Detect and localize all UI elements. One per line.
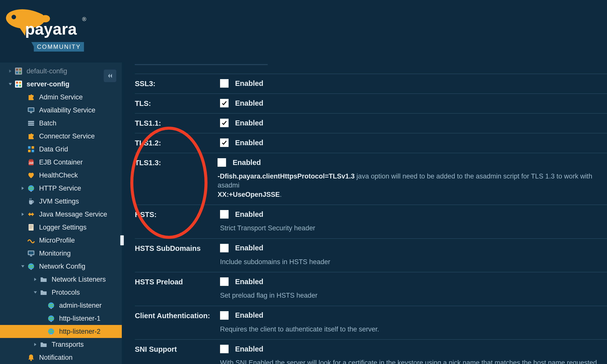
tree-node-label: Availability Service: [39, 106, 122, 114]
tree-node-network-listeners[interactable]: Network Listeners: [0, 273, 122, 286]
grid-icon: [27, 145, 35, 153]
tree-node-label: Admin Service: [39, 93, 122, 101]
tree-node-label: HTTP Service: [39, 185, 122, 192]
puzzle-icon: [27, 132, 35, 140]
tree-node-server-config[interactable]: server-config: [0, 78, 122, 91]
form-row-value: EnabledStrict Transport Security header: [220, 210, 607, 233]
bell-icon: [27, 353, 35, 361]
tree-node-protocols[interactable]: Protocols: [0, 286, 122, 299]
tree-collapse-icon[interactable]: [20, 186, 26, 191]
svg-point-0: [12, 15, 16, 19]
globe-icon: [47, 301, 55, 309]
folder-icon: [40, 288, 48, 296]
cup-icon: [27, 197, 35, 205]
tree-node-batch[interactable]: Batch: [0, 117, 122, 130]
enabled-checkbox[interactable]: [220, 210, 229, 219]
tree-node-jvm-settings[interactable]: JVM Settings: [0, 195, 122, 208]
enabled-checkbox[interactable]: [220, 277, 229, 286]
globe-icon: [47, 327, 55, 335]
config-icon: [15, 67, 23, 75]
config-icon: [15, 80, 23, 88]
tree-node-label: Monitoring: [39, 250, 122, 257]
enabled-checkbox[interactable]: [220, 345, 229, 353]
form-row-value: Enabled: [220, 79, 607, 88]
tree-node-logger-settings[interactable]: Logger Settings: [0, 221, 122, 234]
tree-node-label: JVM Settings: [39, 198, 122, 205]
tree-node-healthcheck[interactable]: HealthCheck: [0, 169, 122, 182]
tree-node-label: Network Listeners: [52, 276, 122, 283]
tree-node-monitoring[interactable]: Monitoring: [0, 247, 122, 260]
enabled-checkbox[interactable]: [220, 99, 229, 107]
enabled-checkbox[interactable]: [220, 244, 229, 252]
tree-node-network-config[interactable]: Network Config: [0, 260, 122, 273]
brand-logo: payara ® COMMUNITY: [3, 5, 90, 52]
svg-text:®: ®: [82, 16, 86, 22]
enabled-checkbox[interactable]: [220, 79, 229, 88]
enabled-label: Enabled: [235, 244, 263, 252]
form-row-value: Enabled: [220, 138, 607, 147]
enabled-checkbox[interactable]: [218, 158, 226, 167]
form-row-hsts: HSTS:EnabledStrict Transport Security he…: [135, 205, 607, 239]
tree-collapse-icon[interactable]: [33, 277, 38, 282]
form-row-value: Enabled-Dfish.payara.clientHttpsProtocol…: [218, 158, 607, 199]
batch-icon: [27, 119, 35, 127]
tree-node-admin-listener[interactable]: admin-listener: [0, 299, 122, 312]
globe-icon: [27, 262, 35, 270]
tree-node-availability-service[interactable]: Availability Service: [0, 104, 122, 117]
form-row-label: SSL3:: [135, 79, 220, 88]
tree-collapse-icon[interactable]: [8, 68, 13, 74]
tree-node-label: Connector Service: [39, 132, 122, 140]
desktop-icon: [27, 106, 35, 114]
tree-expand-icon[interactable]: [33, 290, 38, 295]
enabled-checkbox[interactable]: [220, 311, 229, 320]
form-row-label: TLS1.3:: [135, 158, 218, 167]
form-row-label: HSTS Preload: [135, 277, 220, 286]
folder-icon: [40, 340, 48, 348]
tree-node-http-listener-1[interactable]: http-listener-1: [0, 312, 122, 325]
tree-node-http-listener-2[interactable]: http-listener-2: [0, 325, 122, 338]
tree-expand-icon[interactable]: [8, 81, 13, 87]
ssl-settings-form: SSL3:EnabledTLS:EnabledTLS1.1:EnabledTLS…: [135, 74, 607, 364]
puzzle-icon: [27, 93, 35, 101]
form-row-client-authentication: Client Authentication:EnabledRequires th…: [135, 306, 607, 340]
tree-node-label: Logger Settings: [39, 224, 122, 231]
form-row-label: TLS1.1:: [135, 119, 220, 127]
form-row-description: Include subdomains in HSTS header: [220, 257, 604, 266]
tree-node-transports[interactable]: Transports: [0, 338, 122, 351]
tree-collapse-icon[interactable]: [33, 342, 38, 347]
form-row-tls1-3: TLS1.3:Enabled-Dfish.payara.clientHttpsP…: [135, 153, 607, 205]
enabled-label: Enabled: [235, 345, 263, 353]
form-row-description: Strict Transport Security header: [220, 224, 604, 233]
form-row-description: Set preload flag in HSTS header: [220, 291, 604, 300]
form-row-value: EnabledSet preload flag in HSTS header: [220, 277, 607, 300]
tree-node-label: http-listener-1: [59, 315, 122, 322]
tree-node-label: Java Message Service: [39, 211, 122, 218]
tree-node-connector-service[interactable]: Connector Service: [0, 130, 122, 143]
brand-badge: COMMUNITY: [37, 43, 81, 50]
tree-expand-icon[interactable]: [20, 264, 26, 269]
tree-node-notification[interactable]: Notification: [0, 351, 122, 364]
tree-node-label: EJB Container: [39, 158, 122, 166]
form-row-tls: TLS:Enabled: [135, 94, 607, 114]
tree-node-default-config[interactable]: default-config: [0, 65, 122, 78]
tree-node-label: admin-listener: [59, 302, 122, 309]
tree-node-label: Notification: [39, 354, 122, 361]
tree-node-admin-service[interactable]: Admin Service: [0, 91, 122, 104]
form-row-description: -Dfish.payara.clientHttpsProtocol=TLSv1.…: [218, 172, 604, 199]
enabled-checkbox[interactable]: [220, 119, 229, 127]
form-row-label: SNI Support: [135, 345, 220, 353]
globe-icon: [47, 314, 55, 322]
form-row-description: Requires the client to authenticate itse…: [220, 325, 604, 334]
tree-node-microprofile[interactable]: MicroProfile: [0, 234, 122, 247]
form-row-label: HSTS SubDomains: [135, 244, 220, 253]
tree-collapse-icon[interactable]: [20, 212, 26, 217]
svg-rect-2: [34, 42, 84, 52]
tree-node-http-service[interactable]: HTTP Service: [0, 182, 122, 195]
tree-node-ejb-container[interactable]: EJB Container: [0, 156, 122, 169]
tree-node-java-message-service[interactable]: Java Message Service: [0, 208, 122, 221]
tree-node-label: HealthCheck: [39, 171, 122, 179]
tree-node-data-grid[interactable]: Data Grid: [0, 143, 122, 156]
wave-icon: [27, 236, 35, 244]
tree-node-label: default-config: [27, 67, 122, 75]
enabled-checkbox[interactable]: [220, 138, 229, 147]
